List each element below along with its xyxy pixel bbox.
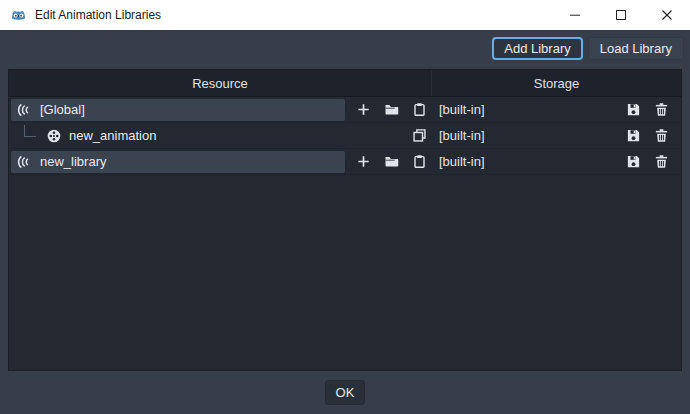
delete-icon[interactable] (654, 154, 669, 169)
library-row[interactable]: [Global][built-in] (9, 97, 681, 123)
window-title: Edit Animation Libraries (35, 8, 161, 22)
godot-logo-icon (10, 7, 27, 24)
storage-actions (626, 102, 681, 117)
resource-cell: new_animation (9, 123, 431, 148)
delete-icon[interactable] (654, 128, 669, 143)
animation-library-icon (17, 154, 33, 170)
save-icon[interactable] (626, 154, 641, 169)
add-icon[interactable] (356, 102, 371, 117)
animation-row[interactable]: new_animation[built-in] (9, 123, 681, 149)
edit-animation-libraries-dialog: Edit Animation Libraries Add Library Loa… (0, 0, 690, 414)
folder-icon[interactable] (384, 102, 399, 117)
animation-libraries-tree: Resource Storage [Global][built-in]new_a… (8, 69, 682, 371)
toolbar: Add Library Load Library (0, 30, 690, 69)
resource-cell: [Global] (9, 97, 431, 122)
resource-name[interactable]: [Global] (40, 102, 85, 117)
column-header-storage: Storage (431, 70, 681, 96)
copy-icon[interactable] (412, 128, 427, 143)
storage-cell: [built-in] (431, 149, 681, 174)
load-library-button[interactable]: Load Library (588, 37, 684, 60)
column-header-resource: Resource (9, 70, 431, 96)
add-icon[interactable] (356, 154, 371, 169)
minimize-button[interactable] (552, 0, 598, 30)
resource-name[interactable]: new_animation (69, 128, 156, 143)
paste-icon[interactable] (412, 102, 427, 117)
animation-icon (46, 128, 62, 144)
storage-cell: [built-in] (431, 123, 681, 148)
delete-icon[interactable] (654, 102, 669, 117)
resource-name[interactable]: new_library (40, 154, 106, 169)
resource-name-area[interactable]: [Global] (11, 99, 345, 121)
save-icon[interactable] (626, 128, 641, 143)
animation-library-icon (17, 102, 33, 118)
window-controls (552, 0, 690, 30)
close-button[interactable] (644, 0, 690, 30)
storage-cell: [built-in] (431, 97, 681, 122)
storage-value: [built-in] (431, 128, 485, 143)
titlebar: Edit Animation Libraries (0, 0, 690, 30)
maximize-button[interactable] (598, 0, 644, 30)
storage-value: [built-in] (431, 154, 485, 169)
library-row[interactable]: new_library[built-in] (9, 149, 681, 175)
storage-value: [built-in] (431, 102, 485, 117)
resource-name-area[interactable]: new_library (11, 151, 345, 173)
dialog-footer: OK (0, 371, 690, 414)
save-icon[interactable] (626, 102, 641, 117)
ok-button[interactable]: OK (325, 380, 366, 405)
storage-actions (626, 154, 681, 169)
resource-name-area[interactable]: new_animation (11, 125, 345, 147)
resource-actions (345, 102, 431, 117)
folder-icon[interactable] (384, 154, 399, 169)
tree-header: Resource Storage (9, 70, 681, 97)
paste-icon[interactable] (412, 154, 427, 169)
resource-cell: new_library (9, 149, 431, 174)
storage-actions (626, 128, 681, 143)
add-library-button[interactable]: Add Library (492, 37, 582, 60)
resource-actions (345, 128, 431, 143)
resource-actions (345, 154, 431, 169)
tree-indent-line (24, 125, 36, 137)
tree-rows: [Global][built-in]new_animation[built-in… (9, 97, 681, 370)
